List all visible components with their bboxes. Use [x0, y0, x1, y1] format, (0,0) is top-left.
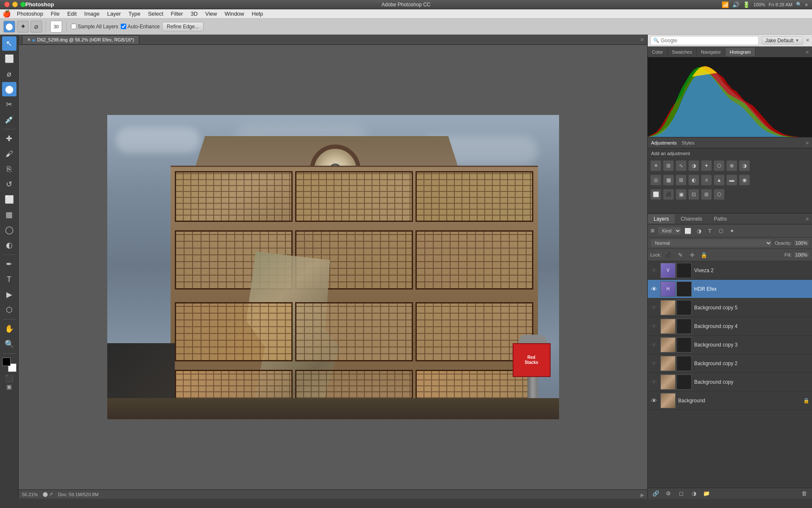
- quick-mask-toggle[interactable]: ⬛: [5, 374, 14, 382]
- lasso-tool[interactable]: ⌀: [30, 21, 42, 33]
- layer-style-btn[interactable]: ⚙: [664, 489, 673, 498]
- magic-wand-tool[interactable]: ✦: [17, 21, 29, 33]
- tab-color[interactable]: Color: [648, 48, 668, 56]
- exposure-btn[interactable]: ◑: [688, 160, 699, 171]
- layer-item-hdrefex[interactable]: 👁 H HDR Efex: [648, 280, 812, 298]
- menu-layer[interactable]: Layer: [104, 10, 125, 18]
- adj-icon-12[interactable]: ⊡: [688, 189, 699, 200]
- layer-item-bg[interactable]: 👁 Background 🔒: [648, 391, 812, 410]
- marquee-tool[interactable]: ⬜: [2, 52, 16, 66]
- color-swatches[interactable]: [2, 358, 16, 372]
- tab-layers[interactable]: Layers: [648, 214, 675, 224]
- layer-eye-bgcopy[interactable]: 👁: [650, 378, 658, 386]
- kind-dropdown[interactable]: Kind: [657, 227, 682, 235]
- tab-navigator[interactable]: Navigator: [697, 48, 725, 56]
- screen-mode-toggle[interactable]: ▣: [6, 383, 12, 390]
- tab-adjustments[interactable]: Adjustments: [651, 140, 677, 145]
- brightness-contrast-btn[interactable]: ☀: [650, 160, 661, 171]
- brush-size-display[interactable]: 30: [50, 21, 62, 33]
- lock-paint-btn[interactable]: ✎: [676, 250, 685, 259]
- layer-eye-bg[interactable]: 👁: [650, 397, 658, 404]
- menu-photoshop[interactable]: Photoshop: [14, 10, 46, 18]
- crop-tool[interactable]: ✂: [2, 97, 16, 112]
- menu-image[interactable]: Image: [81, 10, 103, 18]
- filter-smart-btn[interactable]: ✦: [727, 226, 736, 235]
- refine-edge-button[interactable]: Refine Edge...: [162, 22, 204, 31]
- gradient-map-btn[interactable]: ▬: [726, 175, 737, 186]
- layer-item-bgcopy5[interactable]: 👁 Background copy 5: [648, 298, 812, 317]
- opacity-value[interactable]: 100%: [793, 240, 809, 246]
- quick-select-tool-tb[interactable]: ⬤: [2, 82, 16, 96]
- menu-file[interactable]: File: [47, 10, 63, 18]
- invert-btn[interactable]: ◐: [688, 175, 699, 186]
- filter-text-btn[interactable]: T: [705, 226, 714, 235]
- link-layers-btn[interactable]: 🔗: [651, 489, 660, 498]
- sample-all-layers-input[interactable]: [71, 24, 76, 29]
- layer-item-bgcopy[interactable]: 👁 Background copy: [648, 373, 812, 391]
- auto-enhance-checkbox[interactable]: Auto-Enhance: [121, 24, 160, 30]
- path-select-tool[interactable]: ▶: [2, 287, 16, 302]
- lock-all-btn[interactable]: 🔒: [699, 250, 709, 259]
- clone-tool[interactable]: ⎘: [2, 162, 16, 176]
- vibrance-btn[interactable]: ✦: [701, 160, 712, 171]
- tab-paths[interactable]: Paths: [708, 214, 733, 224]
- menu-help[interactable]: Help: [248, 10, 266, 18]
- menu-window[interactable]: Window: [221, 10, 247, 18]
- auto-enhance-input[interactable]: [121, 24, 126, 29]
- black-white-btn[interactable]: ◑: [739, 160, 750, 171]
- canvas-wrapper[interactable]: RedStacks: [19, 45, 647, 489]
- traffic-lights[interactable]: [4, 2, 26, 7]
- histogram-gear-icon[interactable]: ≡: [803, 48, 812, 56]
- hue-sat-btn[interactable]: ⬡: [714, 160, 725, 171]
- status-arrow-btn[interactable]: ▶: [641, 492, 644, 498]
- levels-btn[interactable]: ⊞: [663, 160, 674, 171]
- channel-mixer-btn[interactable]: ▦: [663, 175, 674, 186]
- layer-item-viveza2[interactable]: 👁 V Viveza 2: [648, 261, 812, 280]
- adj-icon-10[interactable]: ⬛: [663, 189, 674, 200]
- text-tool[interactable]: T: [2, 272, 16, 287]
- menu-select[interactable]: Select: [144, 10, 166, 18]
- close-button[interactable]: [4, 2, 10, 7]
- menu-type[interactable]: Type: [125, 10, 144, 18]
- filter-pixel-btn[interactable]: ⬜: [683, 226, 693, 235]
- zoom-tool[interactable]: 🔍: [2, 337, 16, 351]
- photo-filter-btn[interactable]: ◎: [650, 175, 661, 186]
- tab-channels[interactable]: Channels: [675, 214, 708, 224]
- search-icon[interactable]: 🔍: [796, 2, 802, 7]
- adj-icon-13[interactable]: ⊞: [701, 189, 712, 200]
- minimize-button[interactable]: [12, 2, 18, 7]
- dodge-tool[interactable]: ◐: [2, 238, 16, 252]
- layer-eye-bgcopy2[interactable]: 👁: [650, 360, 658, 367]
- layer-eye-viveza2[interactable]: 👁: [650, 267, 658, 274]
- filter-adj-btn[interactable]: ◑: [694, 226, 703, 235]
- panel-expand-icon[interactable]: ✕: [806, 38, 809, 43]
- adj-layer-btn[interactable]: ◑: [689, 489, 698, 498]
- shape-tool[interactable]: ⬡: [2, 303, 16, 317]
- layer-eye-hdrefex[interactable]: 👁: [650, 285, 658, 293]
- brush-tool[interactable]: 🖌: [2, 147, 16, 161]
- canvas-image[interactable]: RedStacks: [107, 115, 559, 419]
- delete-layer-btn[interactable]: 🗑: [799, 489, 809, 498]
- menu-filter[interactable]: Filter: [168, 10, 187, 18]
- lock-transparent-btn[interactable]: ⬛: [664, 250, 673, 259]
- layer-item-bgcopy3[interactable]: 👁 Background copy 3: [648, 336, 812, 354]
- eraser-tool[interactable]: ⬜: [2, 192, 16, 207]
- selective-color-btn[interactable]: ◉: [739, 175, 750, 186]
- layers-panel-menu[interactable]: ≡: [802, 214, 812, 224]
- gradient-tool[interactable]: ▦: [2, 208, 16, 222]
- layer-item-bgcopy2[interactable]: 👁 Background copy 2: [648, 354, 812, 373]
- doc-close-icon[interactable]: ×: [27, 37, 30, 43]
- curves-btn[interactable]: ∿: [676, 160, 687, 171]
- user-dropdown[interactable]: Jake Default ▼: [761, 36, 803, 45]
- history-brush[interactable]: ↺: [2, 177, 16, 191]
- tab-histogram[interactable]: Histogram: [725, 48, 755, 56]
- layer-eye-bgcopy5[interactable]: 👁: [650, 304, 658, 311]
- sample-all-layers-checkbox[interactable]: Sample All Layers: [71, 24, 118, 30]
- fill-value[interactable]: 100%: [793, 251, 809, 258]
- tabs-expand-btn[interactable]: »: [640, 36, 644, 43]
- color-balance-btn[interactable]: ⊕: [726, 160, 737, 171]
- lock-position-btn[interactable]: ✛: [687, 250, 697, 259]
- blur-tool[interactable]: ◯: [2, 223, 16, 237]
- document-tab[interactable]: × ◈ D62_5298.dng @ 56.2% (HDR Efex, RGB/…: [22, 35, 139, 44]
- adj-icon-11[interactable]: ▣: [676, 189, 687, 200]
